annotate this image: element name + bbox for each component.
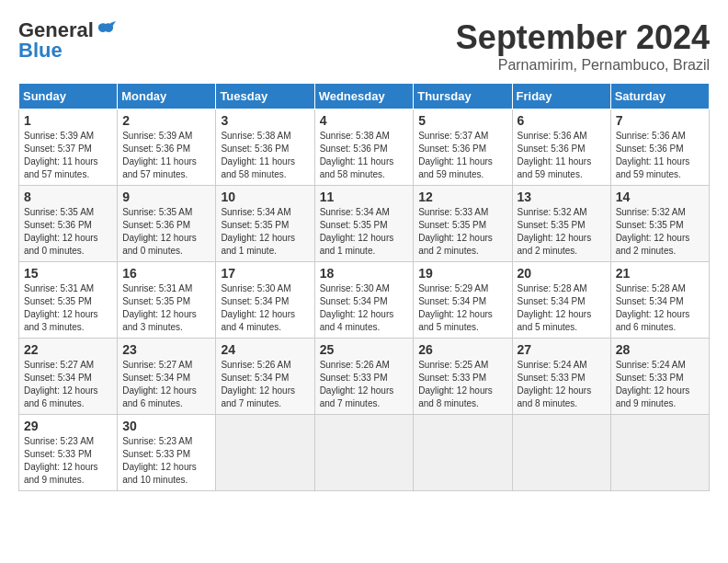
- day-number: 6: [518, 113, 606, 128]
- day-number: 27: [518, 342, 606, 357]
- day-info: Sunrise: 5:28 AM Sunset: 5:34 PM Dayligh…: [616, 282, 704, 334]
- day-info: Sunrise: 5:23 AM Sunset: 5:33 PM Dayligh…: [24, 435, 112, 487]
- day-info: Sunrise: 5:26 AM Sunset: 5:34 PM Dayligh…: [221, 359, 309, 410]
- day-number: 26: [418, 342, 506, 357]
- day-number: 22: [24, 342, 112, 357]
- day-number: 13: [518, 190, 606, 204]
- header-friday: Friday: [512, 84, 610, 109]
- day-number: 21: [616, 266, 704, 281]
- header-monday: Monday: [118, 84, 216, 109]
- logo: General Blue: [18, 18, 116, 63]
- day-number: 19: [418, 266, 506, 281]
- day-number: 24: [221, 342, 309, 357]
- day-info: Sunrise: 5:36 AM Sunset: 5:36 PM Dayligh…: [518, 130, 606, 181]
- day-number: 23: [122, 342, 210, 357]
- calendar-table: Sunday Monday Tuesday Wednesday Thursday…: [18, 83, 710, 491]
- page-header: General Blue September 2024 Parnamirim, …: [18, 18, 710, 74]
- day-number: 15: [24, 266, 112, 281]
- calendar-row: 1Sunrise: 5:39 AM Sunset: 5:37 PM Daylig…: [19, 109, 710, 186]
- header-saturday: Saturday: [610, 84, 709, 109]
- header-wednesday: Wednesday: [314, 84, 414, 109]
- calendar-cell: 4Sunrise: 5:38 AM Sunset: 5:36 PM Daylig…: [314, 109, 414, 186]
- calendar-cell: 2Sunrise: 5:39 AM Sunset: 5:36 PM Daylig…: [118, 109, 216, 186]
- day-info: Sunrise: 5:36 AM Sunset: 5:36 PM Dayligh…: [616, 130, 704, 181]
- day-info: Sunrise: 5:24 AM Sunset: 5:33 PM Dayligh…: [518, 359, 606, 410]
- logo-blue-text: Blue: [18, 39, 63, 63]
- calendar-cell: 23Sunrise: 5:27 AM Sunset: 5:34 PM Dayli…: [118, 339, 216, 415]
- day-info: Sunrise: 5:32 AM Sunset: 5:35 PM Dayligh…: [616, 206, 704, 258]
- calendar-cell: 3Sunrise: 5:38 AM Sunset: 5:36 PM Daylig…: [216, 109, 314, 186]
- day-number: 28: [616, 342, 704, 357]
- day-info: Sunrise: 5:27 AM Sunset: 5:34 PM Dayligh…: [24, 359, 112, 410]
- calendar-cell: 6Sunrise: 5:36 AM Sunset: 5:36 PM Daylig…: [512, 109, 610, 186]
- header-tuesday: Tuesday: [216, 84, 314, 109]
- day-number: 14: [616, 190, 704, 204]
- calendar-cell: 5Sunrise: 5:37 AM Sunset: 5:36 PM Daylig…: [414, 109, 512, 186]
- day-info: Sunrise: 5:27 AM Sunset: 5:34 PM Dayligh…: [122, 359, 210, 410]
- day-number: 17: [221, 266, 309, 281]
- day-number: 11: [320, 190, 409, 204]
- day-number: 1: [24, 113, 112, 128]
- day-info: Sunrise: 5:39 AM Sunset: 5:36 PM Dayligh…: [122, 130, 210, 181]
- calendar-cell: 24Sunrise: 5:26 AM Sunset: 5:34 PM Dayli…: [216, 339, 314, 415]
- calendar-cell: 18Sunrise: 5:30 AM Sunset: 5:34 PM Dayli…: [314, 262, 414, 339]
- calendar-cell: [610, 415, 709, 491]
- calendar-cell: 7Sunrise: 5:36 AM Sunset: 5:36 PM Daylig…: [610, 109, 709, 186]
- day-info: Sunrise: 5:30 AM Sunset: 5:34 PM Dayligh…: [221, 282, 309, 334]
- calendar-row: 29Sunrise: 5:23 AM Sunset: 5:33 PM Dayli…: [19, 415, 710, 491]
- header-thursday: Thursday: [414, 84, 512, 109]
- calendar-cell: 26Sunrise: 5:25 AM Sunset: 5:33 PM Dayli…: [414, 339, 512, 415]
- calendar-cell: 1Sunrise: 5:39 AM Sunset: 5:37 PM Daylig…: [19, 109, 118, 186]
- day-info: Sunrise: 5:26 AM Sunset: 5:33 PM Dayligh…: [320, 359, 409, 410]
- calendar-cell: [216, 415, 314, 491]
- day-number: 30: [122, 419, 210, 433]
- calendar-cell: [314, 415, 414, 491]
- calendar-cell: 14Sunrise: 5:32 AM Sunset: 5:35 PM Dayli…: [610, 186, 709, 262]
- day-number: 5: [418, 113, 506, 128]
- day-info: Sunrise: 5:35 AM Sunset: 5:36 PM Dayligh…: [24, 206, 112, 258]
- day-info: Sunrise: 5:32 AM Sunset: 5:35 PM Dayligh…: [518, 206, 606, 258]
- day-number: 18: [320, 266, 409, 281]
- day-number: 8: [24, 190, 112, 204]
- day-number: 12: [418, 190, 506, 204]
- calendar-cell: 12Sunrise: 5:33 AM Sunset: 5:35 PM Dayli…: [414, 186, 512, 262]
- calendar-cell: 28Sunrise: 5:24 AM Sunset: 5:33 PM Dayli…: [610, 339, 709, 415]
- calendar-cell: 21Sunrise: 5:28 AM Sunset: 5:34 PM Dayli…: [610, 262, 709, 339]
- day-info: Sunrise: 5:38 AM Sunset: 5:36 PM Dayligh…: [221, 130, 309, 181]
- calendar-cell: 25Sunrise: 5:26 AM Sunset: 5:33 PM Dayli…: [314, 339, 414, 415]
- day-number: 2: [122, 113, 210, 128]
- calendar-cell: [414, 415, 512, 491]
- day-number: 10: [221, 190, 309, 204]
- day-info: Sunrise: 5:30 AM Sunset: 5:34 PM Dayligh…: [320, 282, 409, 334]
- day-number: 3: [221, 113, 309, 128]
- day-number: 9: [122, 190, 210, 204]
- calendar-cell: 29Sunrise: 5:23 AM Sunset: 5:33 PM Dayli…: [19, 415, 118, 491]
- day-info: Sunrise: 5:34 AM Sunset: 5:35 PM Dayligh…: [320, 206, 409, 258]
- day-info: Sunrise: 5:24 AM Sunset: 5:33 PM Dayligh…: [616, 359, 704, 410]
- logo-bird-icon: [96, 20, 116, 40]
- day-info: Sunrise: 5:29 AM Sunset: 5:34 PM Dayligh…: [418, 282, 506, 334]
- day-info: Sunrise: 5:34 AM Sunset: 5:35 PM Dayligh…: [221, 206, 309, 258]
- calendar-row: 15Sunrise: 5:31 AM Sunset: 5:35 PM Dayli…: [19, 262, 710, 339]
- calendar-cell: 13Sunrise: 5:32 AM Sunset: 5:35 PM Dayli…: [512, 186, 610, 262]
- day-info: Sunrise: 5:39 AM Sunset: 5:37 PM Dayligh…: [24, 130, 112, 181]
- month-title: September 2024: [456, 18, 710, 57]
- day-number: 16: [122, 266, 210, 281]
- weekday-header-row: Sunday Monday Tuesday Wednesday Thursday…: [19, 84, 710, 109]
- day-info: Sunrise: 5:37 AM Sunset: 5:36 PM Dayligh…: [418, 130, 506, 181]
- calendar-cell: [512, 415, 610, 491]
- location-subtitle: Parnamirim, Pernambuco, Brazil: [456, 57, 710, 74]
- day-number: 20: [518, 266, 606, 281]
- calendar-cell: 27Sunrise: 5:24 AM Sunset: 5:33 PM Dayli…: [512, 339, 610, 415]
- calendar-cell: 20Sunrise: 5:28 AM Sunset: 5:34 PM Dayli…: [512, 262, 610, 339]
- day-number: 25: [320, 342, 409, 357]
- day-info: Sunrise: 5:31 AM Sunset: 5:35 PM Dayligh…: [122, 282, 210, 334]
- day-info: Sunrise: 5:28 AM Sunset: 5:34 PM Dayligh…: [518, 282, 606, 334]
- calendar-cell: 16Sunrise: 5:31 AM Sunset: 5:35 PM Dayli…: [118, 262, 216, 339]
- day-info: Sunrise: 5:33 AM Sunset: 5:35 PM Dayligh…: [418, 206, 506, 258]
- header-sunday: Sunday: [19, 84, 118, 109]
- day-info: Sunrise: 5:25 AM Sunset: 5:33 PM Dayligh…: [418, 359, 506, 410]
- calendar-cell: 17Sunrise: 5:30 AM Sunset: 5:34 PM Dayli…: [216, 262, 314, 339]
- day-number: 7: [616, 113, 704, 128]
- day-number: 4: [320, 113, 409, 128]
